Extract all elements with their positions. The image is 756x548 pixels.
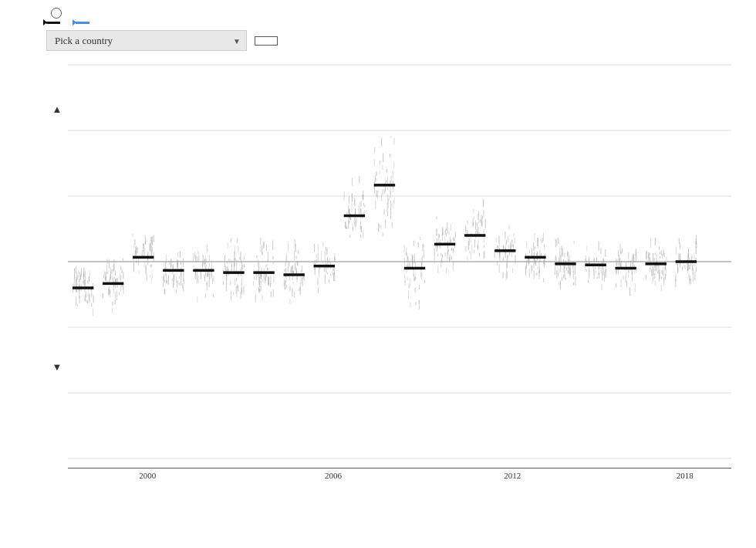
x-axis: 2000200620122018 xyxy=(68,468,731,483)
chart-title xyxy=(46,8,741,19)
legend-selected-icon xyxy=(76,22,89,24)
arrow-down-icon: ▼ xyxy=(52,361,62,374)
legend xyxy=(46,22,741,24)
legend-selected xyxy=(76,22,93,24)
legend-average xyxy=(46,22,63,24)
x-tick-label: 2018 xyxy=(677,471,694,480)
x-tick-label: 2006 xyxy=(325,471,342,480)
country-select-wrapper: Pick a countryAustraliaAustriaBelgiumCan… xyxy=(46,30,247,51)
country-select[interactable]: Pick a countryAustraliaAustriaBelgiumCan… xyxy=(46,30,247,51)
info-icon[interactable] xyxy=(51,8,62,19)
show-outliers-button[interactable] xyxy=(255,36,278,46)
legend-average-icon xyxy=(46,22,60,24)
main-chart-canvas xyxy=(68,57,731,466)
x-tick-label: 2012 xyxy=(504,471,521,480)
x-tick-label: 2000 xyxy=(139,471,156,480)
controls-area: Pick a countryAustraliaAustriaBelgiumCan… xyxy=(46,30,741,51)
arrow-up-icon: ▲ xyxy=(52,103,62,116)
